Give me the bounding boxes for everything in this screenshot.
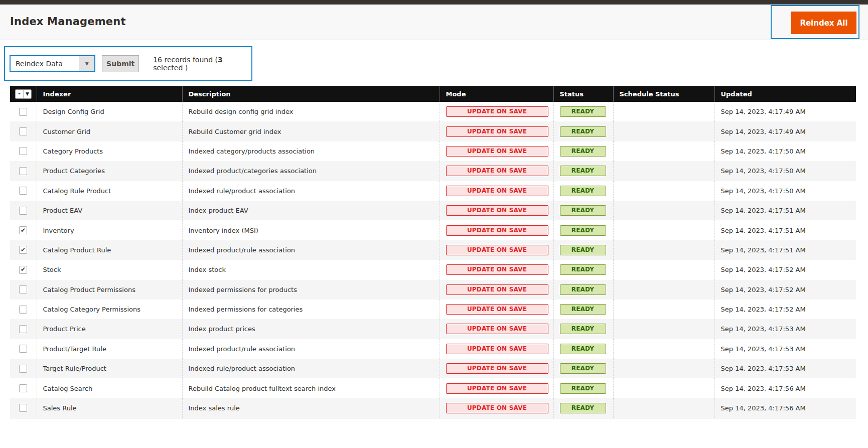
table-row: Catalog Product Permissions Indexed perm… [10,280,856,300]
indexer-description: Index product EAV [189,207,248,214]
mode-badge: UPDATE ON SAVE [446,146,548,157]
status-cell: READY [553,240,613,260]
indexer-name: Product/Target Rule [43,345,106,353]
description-cell: Indexed rule/product association [182,359,440,378]
table-row: Catalog Rule Product Indexed rule/produc… [10,181,856,201]
updated-timestamp: Sep 14, 2023, 4:17:50 AM [721,167,806,175]
table-row: Catalog Product Rule Indexed product/rul… [10,240,856,260]
mass-select-dropdown[interactable]: - ▼ [15,89,32,99]
updated-timestamp: Sep 14, 2023, 4:17:51 AM [721,207,806,214]
updated-cell: Sep 14, 2023, 4:17:51 AM [714,220,856,240]
status-cell: READY [553,359,613,378]
status-badge: READY [560,106,606,117]
status-cell: READY [553,181,613,201]
indexer-name: Catalog Search [43,385,93,392]
row-checkbox[interactable] [19,365,27,373]
column-header-description[interactable]: Description [182,86,440,102]
row-checkbox[interactable] [19,345,27,353]
row-checkbox[interactable] [19,285,27,293]
status-badge: READY [560,284,606,295]
mode-cell: UPDATE ON SAVE [440,181,553,201]
row-checkbox[interactable] [19,167,27,175]
mode-cell: UPDATE ON SAVE [440,280,553,300]
description-cell: Indexed product/categories association [182,161,440,181]
reindex-all-button[interactable]: Reindex All [791,12,856,34]
column-header-schedule-status[interactable]: Schedule Status [613,86,714,102]
schedule-status-cell [613,359,714,378]
row-checkbox[interactable] [19,404,27,412]
mass-action-select[interactable]: Reindex Data ▼ [10,55,95,72]
status-badge: READY [560,126,606,137]
row-checkbox[interactable] [19,246,27,254]
indexer-cell: Product Price [37,319,182,339]
chevron-down-icon[interactable]: ▼ [79,56,94,71]
page-header: Index Management [0,5,868,40]
column-header-status[interactable]: Status [553,86,613,102]
status-badge: READY [560,205,606,216]
description-cell: Index stock [182,260,440,279]
indexer-description: Indexed product/categories association [189,167,317,175]
status-badge: READY [560,304,606,315]
mode-badge: UPDATE ON SAVE [446,245,548,255]
column-header-mode[interactable]: Mode [440,86,553,102]
status-cell: READY [553,280,613,300]
indexer-name: Customer Grid [43,128,91,135]
row-checkbox[interactable] [19,226,27,234]
schedule-status-cell [613,280,714,300]
mode-cell: UPDATE ON SAVE [440,201,553,220]
indexer-cell: Category Products [37,141,182,161]
row-checkbox[interactable] [19,187,27,195]
window-top-bar [0,0,868,5]
indexer-cell: Catalog Product Permissions [37,280,182,300]
mode-badge: UPDATE ON SAVE [446,186,548,196]
mode-cell: UPDATE ON SAVE [440,102,553,121]
mode-badge: UPDATE ON SAVE [446,324,548,334]
index-grid: - ▼ Indexer Description Mode Status Sche… [10,86,856,418]
indexer-description: Indexed permissions for products [189,286,297,293]
updated-cell: Sep 14, 2023, 4:17:51 AM [714,240,856,260]
column-header-updated[interactable]: Updated [714,86,856,102]
mode-cell: UPDATE ON SAVE [440,359,553,378]
row-checkbox[interactable] [19,266,27,274]
mode-badge: UPDATE ON SAVE [446,126,548,137]
updated-timestamp: Sep 14, 2023, 4:17:56 AM [721,404,806,412]
chevron-down-icon: ▼ [24,90,31,98]
mode-cell: UPDATE ON SAVE [440,300,553,319]
select-all-column-header: - ▼ [10,86,37,102]
indexer-description: Index sales rule [189,404,240,412]
column-header-indexer[interactable]: Indexer [37,86,182,102]
submit-button[interactable]: Submit [102,55,139,72]
updated-cell: Sep 14, 2023, 4:17:56 AM [714,398,856,418]
row-checkbox[interactable] [19,325,27,333]
row-checkbox[interactable] [19,108,27,116]
row-checkbox[interactable] [19,207,27,215]
status-badge: READY [560,225,606,236]
status-badge: READY [560,186,606,196]
row-checkbox[interactable] [19,147,27,155]
status-cell: READY [553,398,613,418]
updated-cell: Sep 14, 2023, 4:17:50 AM [714,161,856,181]
indexer-cell: Stock [37,260,182,279]
schedule-status-cell [613,319,714,339]
updated-cell: Sep 14, 2023, 4:17:53 AM [714,319,856,339]
mode-badge: UPDATE ON SAVE [446,363,548,374]
indexer-name: Sales Rule [43,404,77,412]
updated-timestamp: Sep 14, 2023, 4:17:49 AM [721,108,806,115]
indexer-description: Index product prices [189,325,255,333]
row-checkbox[interactable] [19,127,27,135]
status-badge: READY [560,383,606,394]
indexer-cell: Catalog Product Rule [37,240,182,260]
updated-cell: Sep 14, 2023, 4:17:52 AM [714,300,856,319]
table-row: Catalog Search Rebuild Catalog product f… [10,378,856,398]
indexer-name: Inventory [43,227,74,234]
row-checkbox[interactable] [19,384,27,392]
schedule-status-cell [613,240,714,260]
mode-badge: UPDATE ON SAVE [446,166,548,176]
indexer-name: Product Price [43,325,86,333]
row-checkbox[interactable] [19,306,27,314]
indexer-cell: Sales Rule [37,398,182,418]
mode-cell: UPDATE ON SAVE [440,220,553,240]
checkbox-cell [10,161,37,181]
status-badge: READY [560,264,606,275]
checkbox-cell [10,181,37,201]
